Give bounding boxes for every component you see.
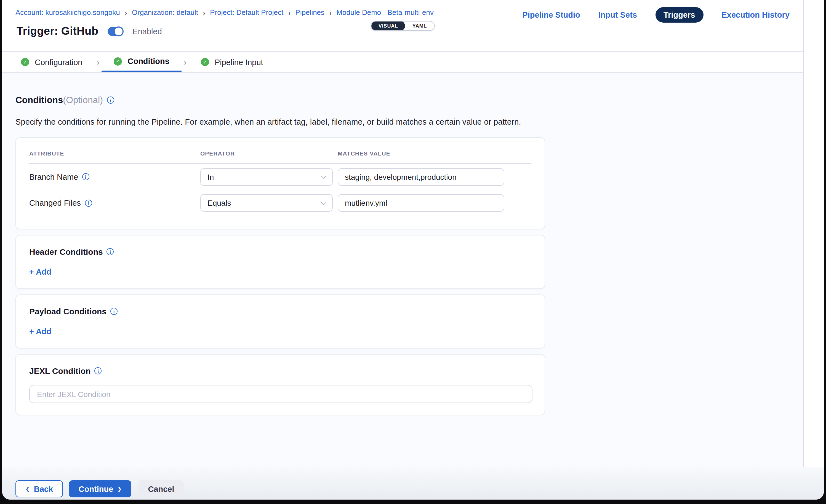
tab-pipeline-input-label: Pipeline Input [215,58,263,66]
enabled-label: Enabled [132,27,162,36]
header-conditions-heading: Header Conditions [29,247,531,256]
chevron-right-icon: ❯ [117,486,122,492]
page-header: Account: kurosakiichigo.songoku › Organi… [2,0,824,52]
back-button[interactable]: ❮ Back [15,480,63,497]
title-row: Trigger: GitHub Enabled [16,25,162,38]
tab-conditions-label: Conditions [128,57,169,66]
conditions-heading: Conditions (Optional) [15,95,804,105]
check-circle-icon [201,58,209,66]
breadcrumb-project[interactable]: Project: Default Project [210,8,283,16]
chevron-right-icon: › [95,52,102,72]
page-title: Trigger: GitHub [16,25,98,38]
chevron-down-icon [321,173,327,179]
cancel-button-label: Cancel [148,485,174,493]
yaml-toggle-button[interactable]: YAML [405,21,434,31]
attribute-label: Changed Files [29,198,200,207]
breadcrumb-separator-icon: › [125,9,127,16]
toggle-knob-icon [114,26,124,36]
tab-configuration[interactable]: Configuration [9,52,95,72]
info-icon[interactable] [107,97,114,104]
visual-yaml-toggle: VISUAL YAML [371,21,434,31]
check-circle-icon [21,58,29,66]
attribute-label-text: Branch Name [29,172,78,181]
header-conditions-heading-text: Header Conditions [29,247,103,256]
continue-button-label: Continue [79,485,113,493]
jexl-condition-heading: JEXL Condition [29,366,531,376]
info-icon[interactable] [82,173,89,180]
header-conditions-card: Header Conditions + Add [15,235,545,289]
breadcrumb-separator-icon: › [330,9,331,16]
breadcrumb-pipeline-name[interactable]: Module Demo - Beta-multi-env [336,8,434,16]
enabled-toggle[interactable] [108,27,123,36]
breadcrumb-pipelines[interactable]: Pipelines [295,8,325,16]
wizard-tabbar: Configuration › Conditions › Pipeline In… [2,52,824,73]
conditions-description: Specify the conditions for running the P… [15,117,804,126]
header-conditions-add-button[interactable]: + Add [29,267,51,276]
attribute-label: Branch Name [29,172,200,181]
nav-pipeline-studio[interactable]: Pipeline Studio [522,10,580,19]
breadcrumb-organization[interactable]: Organization: default [132,8,198,16]
payload-conditions-heading-text: Payload Conditions [29,307,107,316]
conditions-heading-text: Conditions [15,95,63,105]
app-window: Account: kurosakiichigo.songoku › Organi… [2,0,824,500]
back-button-label: Back [34,485,53,493]
table-row-branch-name: Branch Name In [29,164,531,190]
chevron-left-icon: ❮ [25,486,30,492]
info-icon[interactable] [85,199,92,206]
conditions-table-card: ATTRIBUTE OPERATOR MATCHES VALUE Branch … [15,137,545,230]
footer-bar: ❮ Back Continue ❯ Cancel [2,467,824,500]
operator-select-value: Equals [208,198,231,207]
conditions-panel: Conditions (Optional) Specify the condit… [2,73,804,467]
screen: Account: kurosakiichigo.songoku › Organi… [0,0,826,504]
operator-select[interactable]: Equals [200,194,333,212]
col-header-matches-value: MATCHES VALUE [338,150,510,156]
scrollbar-gutter[interactable] [804,0,824,467]
col-header-operator: OPERATOR [200,150,338,156]
optional-suffix: (Optional) [63,95,103,105]
operator-select[interactable]: In [200,168,333,186]
chevron-right-icon: › [182,52,189,72]
info-icon[interactable] [95,367,102,374]
nav-input-sets[interactable]: Input Sets [598,10,637,19]
nav-execution-history[interactable]: Execution History [721,10,789,19]
chevron-down-icon [321,199,327,205]
jexl-condition-heading-text: JEXL Condition [29,366,91,376]
pipeline-top-nav: Pipeline Studio Input Sets Triggers Exec… [522,7,789,22]
info-icon[interactable] [110,308,118,315]
tab-conditions[interactable]: Conditions [102,52,182,72]
breadcrumb-separator-icon: › [203,9,205,16]
table-row-changed-files: Changed Files Equals [29,190,531,215]
tab-pipeline-input[interactable]: Pipeline Input [189,52,275,72]
breadcrumb-account[interactable]: Account: kurosakiichigo.songoku [15,8,120,16]
breadcrumb-separator-icon: › [288,9,290,16]
cancel-button[interactable]: Cancel [138,480,184,497]
payload-conditions-add-button[interactable]: + Add [29,327,51,336]
matches-value-input[interactable] [338,194,504,212]
tab-configuration-label: Configuration [35,58,82,66]
nav-triggers-active[interactable]: Triggers [655,7,703,22]
attribute-label-text: Changed Files [29,198,81,207]
jexl-condition-card: JEXL Condition [15,354,545,415]
jexl-condition-input[interactable] [29,385,532,403]
operator-select-value: In [208,172,214,181]
breadcrumb: Account: kurosakiichigo.songoku › Organi… [15,8,434,16]
payload-conditions-card: Payload Conditions + Add [15,295,545,349]
col-header-attribute: ATTRIBUTE [29,150,200,156]
visual-toggle-button[interactable]: VISUAL [371,21,405,31]
continue-button[interactable]: Continue ❯ [69,480,131,497]
conditions-table-header: ATTRIBUTE OPERATOR MATCHES VALUE [29,150,531,164]
payload-conditions-heading: Payload Conditions [29,307,531,316]
matches-value-input[interactable] [338,168,504,186]
info-icon[interactable] [107,248,114,255]
check-circle-icon [114,57,122,65]
